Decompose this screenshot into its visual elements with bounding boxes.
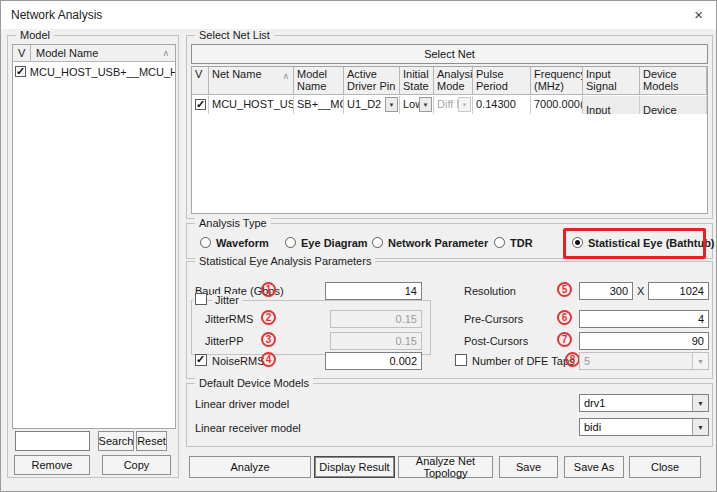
copy-button[interactable]: Copy (102, 455, 171, 475)
statistical-eye-parameters-group: Statistical Eye Analysis Parameters Baud… (186, 261, 713, 379)
net-table-row[interactable]: MCU_HOST_USB SB+__MC U1_D2▼ Low▼ Diff Mc… (192, 96, 707, 114)
model-search-input[interactable] (15, 431, 90, 451)
default-device-models-label: Default Device Models (195, 377, 313, 389)
annotation-marker-6: 6 (557, 310, 572, 325)
pre-cursors-label: Pre-Cursors (464, 313, 523, 325)
net-row-analysis-mode-combo: Diff Mc▼ (434, 96, 473, 114)
linear-receiver-model-label: Linear receiver model (195, 422, 301, 434)
model-row-checkbox[interactable] (15, 66, 26, 77)
net-col-device-models[interactable]: DeviceModels (640, 67, 707, 94)
select-net-list-label: Select Net List (195, 29, 274, 41)
net-col-input-signal[interactable]: InputSignal (583, 67, 640, 94)
net-col-initial-state[interactable]: InitialState (400, 67, 434, 94)
annotation-marker-4: 4 (261, 352, 276, 367)
chevron-down-icon: ▼ (692, 353, 708, 369)
dfe-taps-combo: 5 ▼ (579, 352, 709, 370)
radio-eye-diagram-label[interactable]: Eye Diagram (301, 237, 368, 249)
annotation-marker-5: 5 (557, 282, 572, 297)
post-cursors-label: Post-Cursors (464, 335, 528, 347)
net-row-input-signal-button[interactable]: Input (583, 96, 640, 114)
network-analysis-dialog: Network Analysis × Model V Model Name ∧ … (0, 0, 717, 492)
resolution-label: Resolution (464, 285, 516, 297)
jitter-pp-label: JitterPP (205, 335, 244, 347)
baud-rate-input[interactable] (325, 282, 422, 300)
net-col-pulse-period[interactable]: PulsePeriod (473, 67, 531, 94)
radio-statistical-eye-label[interactable]: Statistical Eye (Bathtub) (588, 237, 715, 249)
display-result-button[interactable]: Display Result (314, 456, 395, 478)
model-group: Model V Model Name ∧ MCU_HOST_USB+__MCU_… (7, 35, 179, 478)
select-net-list-group: Select Net List Select Net V Net Name∧ M… (186, 35, 713, 219)
net-row-device-models-button[interactable]: Device (640, 96, 707, 114)
radio-tdr-label[interactable]: TDR (510, 237, 533, 249)
analyze-net-topology-button[interactable]: Analyze Net Topology (398, 456, 493, 478)
close-icon[interactable]: × (694, 6, 703, 23)
net-row-model-name: SB+__MC (294, 96, 344, 114)
chevron-down-icon[interactable]: ▼ (692, 395, 708, 411)
linear-receiver-model-combo[interactable]: bidi ▼ (579, 418, 709, 436)
model-row[interactable]: MCU_HOST_USB+__MCU_H (13, 63, 175, 80)
window-title: Network Analysis (11, 8, 102, 22)
sort-asc-icon: ∧ (282, 70, 289, 82)
noise-rms-input[interactable] (325, 352, 422, 370)
net-col-frequency[interactable]: Frequency(MHz) (531, 67, 583, 94)
analysis-type-group: Analysis Type Waveform Eye Diagram Netwo… (186, 223, 713, 259)
select-net-button[interactable]: Select Net (191, 44, 708, 64)
net-row-active-driver-pin-combo[interactable]: U1_D2▼ (344, 96, 400, 114)
radio-network-parameter-label[interactable]: Network Parameter (388, 237, 488, 249)
net-col-analysis-mode[interactable]: AnalysisMode (434, 67, 473, 94)
linear-driver-model-combo[interactable]: drv1 ▼ (579, 394, 709, 412)
net-row-checkbox[interactable] (195, 99, 206, 110)
radio-eye-diagram[interactable] (285, 237, 296, 248)
model-table-header: V Model Name ∧ (13, 45, 175, 62)
net-row-pulse-period[interactable]: 0.14300 (473, 96, 531, 114)
noise-rms-label: NoiseRMS (212, 355, 265, 367)
model-col-check[interactable]: V (13, 45, 31, 61)
radio-tdr[interactable] (494, 237, 505, 248)
reset-button[interactable]: Reset (136, 431, 167, 451)
radio-statistical-eye[interactable] (572, 237, 583, 248)
statistical-eye-parameters-label: Statistical Eye Analysis Parameters (195, 255, 375, 267)
radio-waveform[interactable] (200, 237, 211, 248)
net-col-check[interactable]: V (192, 67, 209, 94)
remove-button[interactable]: Remove (14, 455, 90, 475)
model-table: V Model Name ∧ MCU_HOST_USB+__MCU_H (12, 44, 176, 429)
analyze-button[interactable]: Analyze (189, 456, 311, 478)
search-button[interactable]: Search (98, 431, 134, 451)
save-as-button[interactable]: Save As (564, 456, 624, 478)
annotation-marker-2: 2 (261, 310, 276, 325)
net-row-frequency[interactable]: 7000.000( (531, 96, 583, 114)
radio-network-parameter[interactable] (372, 237, 383, 248)
annotation-marker-3: 3 (261, 332, 276, 347)
linear-driver-model-label: Linear driver model (195, 398, 289, 410)
radio-waveform-label[interactable]: Waveform (216, 237, 269, 249)
jitter-rms-input (330, 310, 422, 328)
model-row-name: MCU_HOST_USB+__MCU_H (30, 66, 175, 78)
post-cursors-input[interactable] (579, 332, 709, 350)
model-col-name[interactable]: Model Name (31, 45, 175, 61)
resolution-separator: X (637, 285, 644, 297)
dfe-taps-checkbox[interactable] (455, 354, 467, 366)
chevron-down-icon[interactable]: ▼ (419, 97, 432, 112)
net-col-active-driver-pin[interactable]: ActiveDriver Pin (344, 67, 400, 94)
annotation-marker-8: 8 (565, 352, 580, 367)
noise-rms-checkbox[interactable] (195, 354, 207, 366)
net-col-net-name[interactable]: Net Name∧ (209, 67, 294, 94)
title-bar: Network Analysis × (1, 1, 716, 29)
jitter-rms-label: JitterRMS (205, 313, 253, 325)
pre-cursors-input[interactable] (579, 310, 709, 328)
net-col-model-name[interactable]: ModelName (294, 67, 344, 94)
net-row-initial-state-combo[interactable]: Low▼ (400, 96, 434, 114)
chevron-down-icon: ▼ (458, 97, 471, 112)
sort-asc-icon[interactable]: ∧ (162, 48, 169, 58)
chevron-down-icon[interactable]: ▼ (692, 419, 708, 435)
resolution-y-input[interactable] (648, 282, 709, 300)
net-row-net-name: MCU_HOST_USB (209, 96, 294, 114)
resolution-x-input[interactable] (579, 282, 633, 300)
chevron-down-icon[interactable]: ▼ (385, 97, 398, 112)
save-button[interactable]: Save (499, 456, 558, 478)
jitter-pp-input (330, 332, 422, 350)
jitter-checkbox[interactable] (195, 293, 207, 305)
annotation-marker-7: 7 (557, 332, 572, 347)
close-button[interactable]: Close (629, 456, 701, 478)
jitter-label: Jitter (212, 294, 242, 306)
